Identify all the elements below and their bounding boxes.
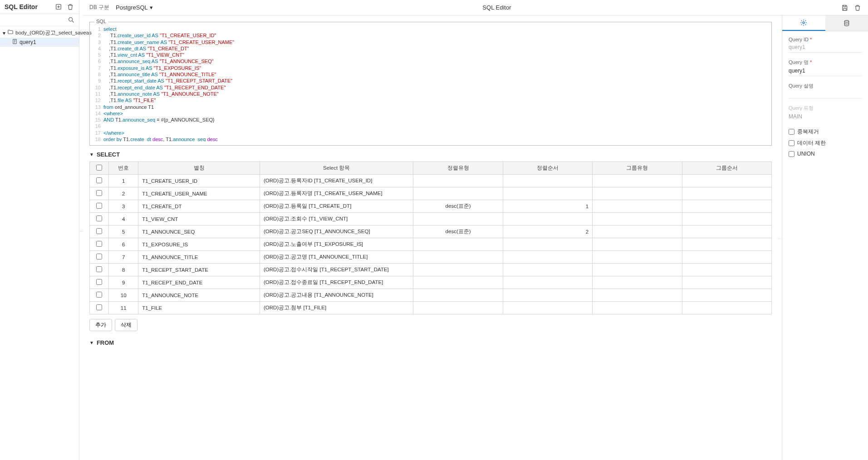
- table-row[interactable]: 4T1_VIEW_CNT(ORD)공고.조회수 [T1_VIEW_CNT]: [90, 213, 772, 225]
- row-checkbox[interactable]: [96, 279, 102, 285]
- dedup-checkbox-row[interactable]: 중복제거: [789, 128, 862, 136]
- cell-alias[interactable]: T1_ANNOUNCE_SEQ: [138, 225, 260, 238]
- dedup-checkbox[interactable]: [789, 129, 794, 135]
- right-panel-resize-handle[interactable]: ⋮: [778, 15, 782, 460]
- cell-sort-order[interactable]: [503, 276, 592, 289]
- cell-sort-order[interactable]: 2: [503, 225, 592, 238]
- cell-item[interactable]: (ORD)공고.등록자명 [T1_CREATE_USER_NAME]: [260, 187, 413, 200]
- cell-item[interactable]: (ORD)공고.등록일 [T1_CREATE_DT]: [260, 200, 413, 213]
- row-checkbox[interactable]: [96, 203, 102, 209]
- row-checkbox[interactable]: [96, 292, 102, 298]
- cell-group-type[interactable]: [593, 225, 682, 238]
- cell-group-type[interactable]: [593, 238, 682, 251]
- cell-sort-order[interactable]: [503, 264, 592, 276]
- cell-alias[interactable]: T1_RECEPT_START_DATE: [138, 264, 260, 276]
- cell-alias[interactable]: T1_FILE: [138, 302, 260, 314]
- cell-sort-order[interactable]: [503, 213, 592, 225]
- cell-sort-order[interactable]: 1: [503, 200, 592, 213]
- table-row[interactable]: 11T1_FILE(ORD)공고.첨부 [T1_FILE]: [90, 302, 772, 314]
- limit-checkbox-row[interactable]: 데이터 제한: [789, 139, 862, 147]
- row-checkbox[interactable]: [96, 177, 102, 183]
- cell-sort-type[interactable]: desc(표준): [413, 200, 503, 213]
- cell-alias[interactable]: T1_ANNOUNCE_NOTE: [138, 289, 260, 302]
- table-row[interactable]: 6T1_EXPOSURE_IS(ORD)공고.노출여부 [T1_EXPOSURE…: [90, 238, 772, 251]
- cell-alias[interactable]: T1_VIEW_CNT: [138, 213, 260, 225]
- cell-group-type[interactable]: [593, 175, 682, 187]
- cell-group-type[interactable]: [593, 276, 682, 289]
- limit-checkbox[interactable]: [789, 140, 794, 146]
- query-id-value[interactable]: query1: [789, 43, 862, 53]
- cell-sort-type[interactable]: [413, 264, 503, 276]
- query-desc-value[interactable]: [789, 90, 862, 98]
- cell-item[interactable]: (ORD)공고.첨부 [T1_FILE]: [260, 302, 413, 314]
- table-row[interactable]: 9T1_RECEPT_END_DATE(ORD)공고.접수종료일 [T1_REC…: [90, 276, 772, 289]
- cell-sort-type[interactable]: [413, 289, 503, 302]
- cell-item[interactable]: (ORD)공고.조회수 [T1_VIEW_CNT]: [260, 213, 413, 225]
- cell-sort-type[interactable]: [413, 187, 503, 200]
- row-checkbox[interactable]: [96, 241, 102, 247]
- cell-group-order[interactable]: [682, 187, 771, 200]
- save-icon[interactable]: [841, 4, 849, 12]
- tab-settings[interactable]: [782, 15, 825, 31]
- cell-alias[interactable]: T1_RECEPT_END_DATE: [138, 276, 260, 289]
- cell-item[interactable]: (ORD)공고.접수시작일 [T1_RECEPT_START_DATE]: [260, 264, 413, 276]
- row-checkbox[interactable]: [96, 190, 102, 196]
- row-checkbox[interactable]: [96, 215, 102, 221]
- trash-icon[interactable]: [853, 4, 862, 12]
- cell-group-order[interactable]: [682, 264, 771, 276]
- cell-group-order[interactable]: [682, 251, 771, 264]
- cell-item[interactable]: (ORD)공고.공고내용 [T1_ANNOUNCE_NOTE]: [260, 289, 413, 302]
- cell-alias[interactable]: T1_ANNOUNCE_TITLE: [138, 251, 260, 264]
- row-checkbox[interactable]: [96, 266, 102, 272]
- table-row[interactable]: 10T1_ANNOUNCE_NOTE(ORD)공고.공고내용 [T1_ANNOU…: [90, 289, 772, 302]
- cell-group-order[interactable]: [682, 238, 771, 251]
- tree-root-node[interactable]: ▾ body_(ORD)공고_select_saveas: [0, 28, 79, 38]
- table-row[interactable]: 1T1_CREATE_USER_ID(ORD)공고.등록자ID [T1_CREA…: [90, 175, 772, 187]
- union-checkbox[interactable]: [789, 151, 794, 157]
- cell-sort-type[interactable]: [413, 238, 503, 251]
- cell-group-order[interactable]: [682, 225, 771, 238]
- select-section-toggle[interactable]: ▼ SELECT: [89, 151, 772, 158]
- table-row[interactable]: 3T1_CREATE_DT(ORD)공고.등록일 [T1_CREATE_DT]d…: [90, 200, 772, 213]
- cell-sort-type[interactable]: [413, 302, 503, 314]
- cell-group-type[interactable]: [593, 289, 682, 302]
- select-all-checkbox[interactable]: [96, 165, 102, 171]
- cell-sort-type[interactable]: [413, 175, 503, 187]
- row-checkbox[interactable]: [96, 304, 102, 310]
- union-checkbox-row[interactable]: UNION: [789, 151, 862, 157]
- cell-group-type[interactable]: [593, 251, 682, 264]
- cell-group-order[interactable]: [682, 213, 771, 225]
- cell-item[interactable]: (ORD)공고.공고명 [T1_ANNOUNCE_TITLE]: [260, 251, 413, 264]
- tree-child-node[interactable]: query1: [0, 38, 79, 47]
- cell-group-type[interactable]: [593, 213, 682, 225]
- table-row[interactable]: 8T1_RECEPT_START_DATE(ORD)공고.접수시작일 [T1_R…: [90, 264, 772, 276]
- cell-group-order[interactable]: [682, 289, 771, 302]
- query-name-value[interactable]: query1: [789, 67, 862, 76]
- cell-sort-type[interactable]: [413, 213, 503, 225]
- cell-alias[interactable]: T1_CREATE_DT: [138, 200, 260, 213]
- delete-button[interactable]: 삭제: [115, 319, 137, 331]
- sql-editor[interactable]: 12345678910111213141516171819 select T1.…: [93, 26, 768, 142]
- cell-sort-order[interactable]: [503, 251, 592, 264]
- cell-group-order[interactable]: [682, 200, 771, 213]
- new-icon[interactable]: [54, 3, 63, 11]
- cell-group-order[interactable]: [682, 175, 771, 187]
- cell-group-type[interactable]: [593, 302, 682, 314]
- add-button[interactable]: 추가: [89, 319, 112, 331]
- search-icon[interactable]: [67, 16, 75, 24]
- cell-group-order[interactable]: [682, 302, 771, 314]
- cell-sort-order[interactable]: [503, 175, 592, 187]
- cell-sort-type[interactable]: [413, 251, 503, 264]
- table-row[interactable]: 2T1_CREATE_USER_NAME(ORD)공고.등록자명 [T1_CRE…: [90, 187, 772, 200]
- db-select[interactable]: PostgreSQL ▾: [116, 4, 153, 11]
- tab-database[interactable]: [825, 15, 868, 31]
- cell-alias[interactable]: T1_CREATE_USER_NAME: [138, 187, 260, 200]
- cell-item[interactable]: (ORD)공고.등록자ID [T1_CREATE_USER_ID]: [260, 175, 413, 187]
- cell-group-type[interactable]: [593, 264, 682, 276]
- cell-alias[interactable]: T1_CREATE_USER_ID: [138, 175, 260, 187]
- cell-group-type[interactable]: [593, 200, 682, 213]
- table-row[interactable]: 7T1_ANNOUNCE_TITLE(ORD)공고.공고명 [T1_ANNOUN…: [90, 251, 772, 264]
- table-row[interactable]: 5T1_ANNOUNCE_SEQ(ORD)공고.공고SEQ [T1_ANNOUN…: [90, 225, 772, 238]
- row-checkbox[interactable]: [96, 254, 102, 259]
- cell-group-order[interactable]: [682, 276, 771, 289]
